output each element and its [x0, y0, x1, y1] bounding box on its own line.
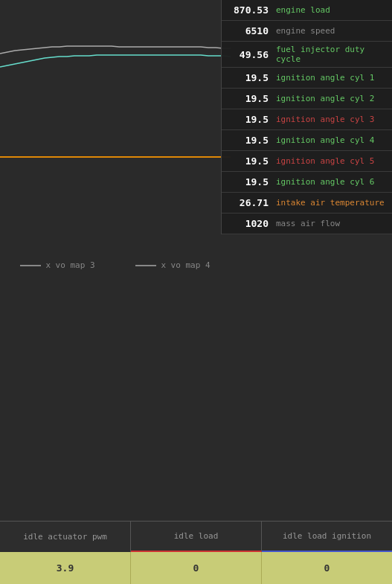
tooltip-label: ignition angle cyl 3 — [276, 115, 386, 124]
status-cell-idle-load-ignition: idle load ignition — [262, 522, 392, 552]
tooltip-row: 19.5ignition angle cyl 5 — [222, 151, 392, 172]
tooltip-label: ignition angle cyl 6 — [276, 177, 386, 187]
map-label-3: x vo map 3 — [20, 260, 94, 270]
tooltip-value: 19.5 — [228, 135, 269, 146]
tooltip-value: 870.53 — [228, 4, 269, 16]
status-value-0: 3.9 — [57, 562, 74, 574]
status-bar: idle actuator pwm idle load idle load ig… — [0, 521, 392, 584]
map-label-4: x vo map 4 — [135, 260, 210, 270]
tooltip-value: 1020 — [228, 218, 269, 229]
map-label-3-text: x vo map 3 — [45, 260, 94, 270]
status-cell-value-2: 0 — [262, 552, 392, 584]
tooltip-row: 19.5ignition angle cyl 4 — [222, 130, 392, 151]
tooltip-label: ignition angle cyl 4 — [276, 135, 386, 145]
idle-load-ignition-label: idle load ignition — [283, 531, 371, 541]
idle-actuator-pwm-label: idle actuator pwm — [23, 532, 107, 542]
status-bar-top: idle actuator pwm idle load idle load ig… — [0, 521, 392, 552]
tooltip-label: mass air flow — [276, 219, 386, 228]
tooltip-value: 26.71 — [228, 197, 269, 208]
status-cell-idle-load: idle load — [131, 522, 262, 552]
map-line-3-icon — [20, 265, 41, 266]
status-bar-bottom: 3.9 0 0 — [0, 552, 392, 584]
tooltip-label: ignition angle cyl 5 — [276, 156, 386, 166]
map-line-4-icon — [135, 265, 156, 266]
tooltip-row: 19.5ignition angle cyl 1 — [222, 68, 392, 89]
tooltip-value: 19.5 — [228, 72, 269, 83]
status-value-1: 0 — [193, 562, 199, 574]
tooltip-row: 19.5ignition angle cyl 3 — [222, 109, 392, 130]
status-cell-value-0: 3.9 — [0, 552, 131, 584]
map-labels: x vo map 3 x vo map 4 — [0, 260, 231, 270]
status-value-2: 0 — [324, 562, 330, 574]
tooltip-panel: 870.53engine load6510engine speed49.56fu… — [221, 0, 392, 234]
status-cell-idle-actuator-pwm: idle actuator pwm — [0, 522, 131, 552]
idle-load-label: idle load — [174, 531, 219, 541]
tooltip-label: fuel injector duty cycle — [276, 45, 386, 64]
tooltip-value: 19.5 — [228, 93, 269, 104]
tooltip-row: 6510engine speed — [222, 21, 392, 42]
tooltip-value: 6510 — [228, 25, 269, 36]
tooltip-value: 19.5 — [228, 176, 269, 187]
tooltip-row: 1020mass air flow — [222, 214, 392, 234]
tooltip-value: 19.5 — [228, 114, 269, 125]
tooltip-row: 19.5ignition angle cyl 6 — [222, 172, 392, 193]
tooltip-label: engine load — [276, 5, 386, 15]
tooltip-value: 19.5 — [228, 155, 269, 167]
tooltip-label: ignition angle cyl 2 — [276, 94, 386, 103]
tooltip-label: ignition angle cyl 1 — [276, 73, 386, 83]
tooltip-row: 870.53engine load — [222, 0, 392, 21]
tooltip-row: 49.56fuel injector duty cycle — [222, 42, 392, 68]
tooltip-label: engine speed — [276, 26, 386, 36]
map-label-4-text: x vo map 4 — [161, 260, 210, 270]
status-cell-value-1: 0 — [131, 552, 262, 584]
tooltip-value: 49.56 — [228, 49, 269, 60]
orange-line — [0, 156, 231, 158]
tooltip-row: 19.5ignition angle cyl 2 — [222, 89, 392, 109]
tooltip-label: intake air temperature — [276, 198, 386, 208]
tooltip-row: 26.71intake air temperature — [222, 193, 392, 214]
